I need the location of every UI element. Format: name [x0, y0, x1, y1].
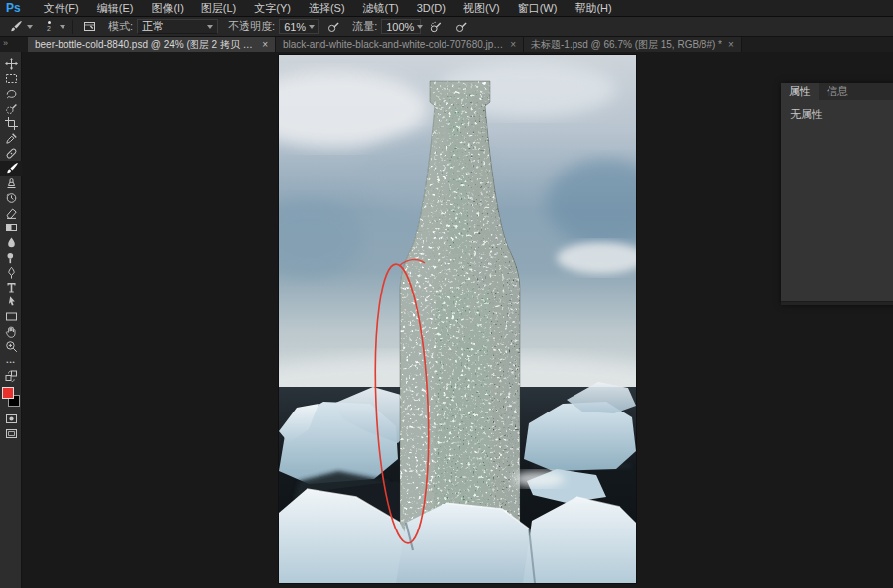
doc-tab-title: beer-bottle-cold-8840.psd @ 24% (图层 2 拷贝…: [35, 38, 256, 52]
tool-color-swatches[interactable]: [0, 386, 22, 412]
menu-item-3[interactable]: 图像(I): [142, 0, 191, 16]
tool-preset-brush-icon[interactable]: [6, 18, 24, 36]
path-select-icon: [5, 295, 18, 308]
foreground-color-swatch[interactable]: [2, 387, 14, 399]
shape-icon: [5, 310, 18, 323]
menu-item-5[interactable]: 文字(Y): [245, 0, 300, 16]
chevron-down-icon: [207, 25, 213, 29]
eyedropper-icon: [5, 132, 18, 145]
close-icon[interactable]: ×: [510, 39, 516, 50]
menu-item-11[interactable]: 帮助(H): [566, 0, 620, 16]
dodge-icon: [5, 251, 18, 264]
screen-mode-icon: [5, 427, 18, 440]
pen-icon: [5, 266, 18, 279]
doc-tabbar: » beer-bottle-cold-8840.psd @ 24% (图层 2 …: [0, 37, 893, 52]
opacity-pressure-icon[interactable]: [324, 18, 342, 36]
menu-item-7[interactable]: 滤镜(T): [354, 0, 408, 16]
lasso-icon: [5, 87, 18, 100]
quick-select-icon: [5, 102, 18, 115]
opacity-value: 61%: [284, 21, 306, 33]
brush-preset-picker[interactable]: 2: [41, 18, 57, 36]
properties-panel: 属性 信息 » ≡ 无属性: [781, 83, 893, 305]
flow-value: 100%: [386, 21, 414, 33]
options-bar: 2 模式: 正常 不透明度: 61% 流量: 100%: [0, 17, 893, 37]
menu-item-10[interactable]: 窗口(W): [509, 0, 567, 16]
doc-tab-1[interactable]: beer-bottle-cold-8840.psd @ 24% (图层 2 拷贝…: [28, 37, 276, 52]
menu-item-1[interactable]: 文件(F): [35, 0, 88, 16]
tool-edit-toolbar[interactable]: •••: [0, 354, 22, 369]
photoshop-logo: Ps: [6, 1, 21, 15]
panel-tab-info[interactable]: 信息: [819, 83, 856, 100]
tool-marquee[interactable]: [0, 71, 22, 86]
toggle-brush-panel-icon[interactable]: [80, 18, 98, 36]
chevron-down-icon[interactable]: [60, 25, 65, 29]
panel-resize-bar[interactable]: [781, 301, 893, 305]
document-canvas[interactable]: [279, 55, 636, 583]
close-icon[interactable]: ×: [728, 39, 734, 50]
doc-tab-2[interactable]: black-and-white-black-and-white-cold-707…: [276, 37, 524, 52]
canvas-pasteboard[interactable]: 属性 信息 » ≡ 无属性: [22, 52, 893, 588]
canvas-image[interactable]: [279, 55, 636, 583]
type-icon: [5, 281, 18, 294]
chevron-down-icon: [309, 25, 315, 29]
doc-tab-title: 未标题-1.psd @ 66.7% (图层 15, RGB/8#) *: [531, 38, 722, 52]
tool-clone-stamp[interactable]: [0, 176, 22, 190]
clone-stamp-icon: [5, 176, 18, 189]
airbrush-icon[interactable]: [427, 18, 445, 36]
tool-quick-select[interactable]: [0, 101, 22, 116]
flow-pressure-icon[interactable]: [452, 18, 470, 36]
doc-tab-3[interactable]: 未标题-1.psd @ 66.7% (图层 15, RGB/8#) *×: [524, 37, 742, 52]
chevron-down-icon[interactable]: [27, 25, 33, 29]
tool-dodge[interactable]: [0, 250, 22, 265]
swap-colors-icon: [5, 370, 18, 383]
tool-spot-heal[interactable]: [0, 146, 22, 161]
flow-field[interactable]: 100%: [381, 19, 421, 34]
tool-blur[interactable]: [0, 235, 22, 250]
marquee-icon: [5, 72, 18, 85]
flow-label: 流量:: [352, 19, 377, 34]
tool-eyedropper[interactable]: [0, 131, 22, 146]
tool-quick-mask[interactable]: [0, 412, 22, 426]
panel-header: 属性 信息 » ≡: [781, 83, 893, 100]
tool-swap-colors[interactable]: [0, 369, 22, 384]
menu-item-6[interactable]: 选择(S): [300, 0, 354, 16]
photoshop-window: Ps 文件(F)编辑(E)图像(I)图层(L)文字(Y)选择(S)滤镜(T)3D…: [0, 0, 893, 588]
ellipsis-icon: •••: [6, 359, 15, 365]
tool-move[interactable]: [0, 57, 22, 71]
eraser-icon: [5, 206, 18, 219]
tool-crop[interactable]: [0, 116, 22, 131]
brush-icon: [5, 162, 18, 175]
tools-collapse-icon[interactable]: »: [3, 38, 7, 48]
tool-hand[interactable]: [0, 324, 22, 339]
menubar: Ps 文件(F)编辑(E)图像(I)图层(L)文字(Y)选择(S)滤镜(T)3D…: [0, 0, 893, 17]
menu-item-4[interactable]: 图层(L): [192, 0, 245, 16]
tool-path-select[interactable]: [0, 294, 22, 309]
crop-icon: [5, 117, 18, 130]
opacity-field[interactable]: 61%: [279, 19, 319, 34]
tool-shape[interactable]: [0, 309, 22, 324]
panel-tab-properties[interactable]: 属性: [781, 83, 819, 100]
tool-pen[interactable]: [0, 265, 22, 280]
panel-body: 无属性: [781, 100, 893, 129]
move-icon: [5, 58, 18, 70]
doc-tab-title: black-and-white-black-and-white-cold-707…: [283, 38, 504, 52]
tool-type[interactable]: [0, 280, 22, 294]
gradient-icon: [5, 221, 18, 234]
tool-gradient[interactable]: [0, 220, 22, 235]
tool-lasso[interactable]: [0, 86, 22, 101]
divider: [72, 20, 73, 34]
close-icon[interactable]: ×: [262, 39, 268, 50]
menu-item-8[interactable]: 3D(D): [408, 0, 454, 16]
tool-zoom[interactable]: [0, 339, 22, 354]
tool-history-brush[interactable]: [0, 190, 22, 205]
tool-brush[interactable]: [0, 161, 22, 176]
menu-item-9[interactable]: 视图(V): [454, 0, 509, 16]
mode-select[interactable]: 正常: [137, 19, 218, 34]
zoom-icon: [5, 340, 18, 353]
tool-screen-mode[interactable]: [0, 426, 22, 441]
chevron-down-icon: [417, 25, 423, 29]
mode-value: 正常: [142, 19, 164, 34]
opacity-label: 不透明度:: [228, 19, 275, 34]
tool-eraser[interactable]: [0, 205, 22, 220]
menu-item-2[interactable]: 编辑(E): [88, 0, 143, 16]
